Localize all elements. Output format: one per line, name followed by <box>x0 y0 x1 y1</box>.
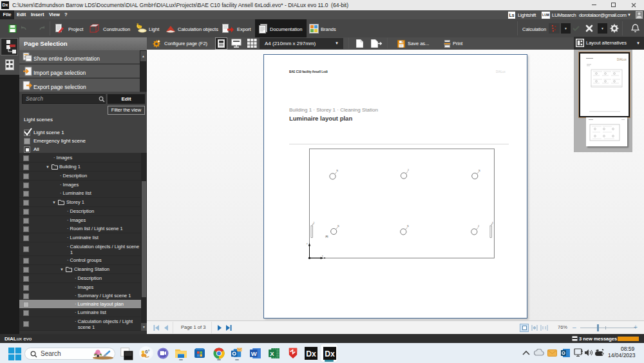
svg-text:DIALux: DIALux <box>617 57 627 61</box>
svg-text:3: 3 <box>492 222 493 224</box>
svg-text:2: 2 <box>408 169 409 172</box>
svg-text:x: x <box>322 255 323 257</box>
svg-text:2: 2 <box>314 222 315 224</box>
svg-text:N: N <box>337 170 339 172</box>
svg-text:Dx: Dx <box>306 349 316 358</box>
svg-text:z: z <box>307 242 308 245</box>
svg-text:N: N <box>407 225 409 228</box>
svg-text:N: N <box>478 170 480 172</box>
svg-text:X: X <box>270 350 274 357</box>
svg-text:N: N <box>337 225 339 228</box>
svg-text:(A): (A) <box>325 235 328 238</box>
svg-text:Dx: Dx <box>325 349 335 358</box>
svg-text:6°: 6° <box>145 349 149 355</box>
svg-text:W: W <box>251 350 257 357</box>
svg-text:2: 2 <box>478 225 479 228</box>
